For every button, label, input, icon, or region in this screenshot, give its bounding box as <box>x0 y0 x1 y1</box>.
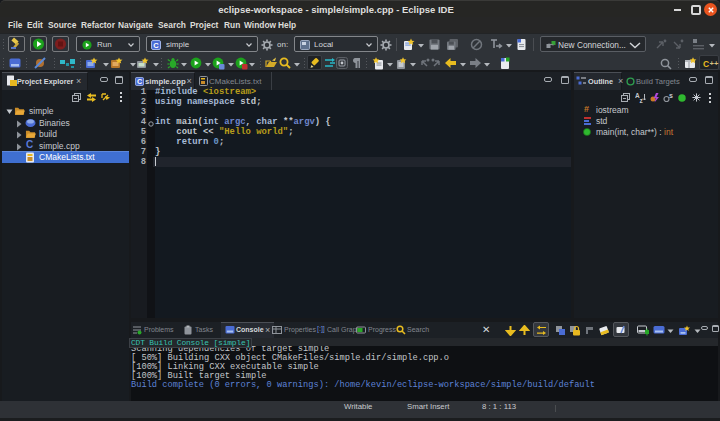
svg-text:s: s <box>669 92 673 99</box>
svg-text:C: C <box>136 77 141 86</box>
svg-text:C: C <box>153 40 159 49</box>
svg-text:z: z <box>640 97 644 104</box>
